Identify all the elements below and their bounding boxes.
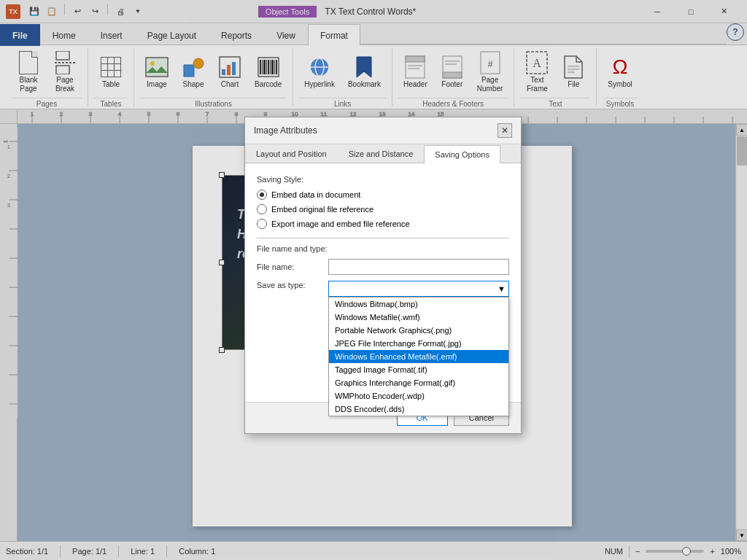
footer-button[interactable]: Footer <box>436 48 469 96</box>
save-as-type-select[interactable]: ▼ <box>328 281 509 297</box>
text-frame-button[interactable]: A TextFrame <box>520 48 554 96</box>
page-break-button[interactable]: PageBreak <box>48 48 82 96</box>
tab-size-distance[interactable]: Size and Distance <box>338 144 425 163</box>
radio-embed-data[interactable]: Embed data in document <box>257 190 509 200</box>
ribbon-group-symbols: Ω Symbol Symbols <box>597 48 643 106</box>
status-sep-3 <box>166 545 167 557</box>
option-wmf[interactable]: Windows Metafile(.wmf) <box>329 311 508 324</box>
minimize-button[interactable]: ─ <box>640 0 674 23</box>
table-button[interactable]: Table <box>94 48 128 96</box>
ribbon-group-tables: Table Tables <box>88 48 134 106</box>
zoom-plus-button[interactable]: + <box>710 547 714 556</box>
chart-button[interactable]: Chart <box>213 48 247 96</box>
radio-export-image-input[interactable] <box>257 219 267 229</box>
hyperlink-button[interactable]: Hyperlink <box>299 48 340 96</box>
file-name-input[interactable] <box>328 259 509 275</box>
maximize-button[interactable]: □ <box>674 0 708 23</box>
bookmark-button[interactable]: Bookmark <box>343 48 386 96</box>
blank-page-button[interactable]: BlankPage <box>12 48 45 96</box>
window-controls: ─ □ ✕ <box>640 0 741 23</box>
page-number-button[interactable]: # PageNumber <box>472 48 508 96</box>
ribbon-group-headers-footers: Header Footer # <box>392 48 514 106</box>
scroll-down-button[interactable]: ▼ <box>736 529 747 541</box>
image-icon <box>145 55 169 79</box>
option-emf[interactable]: Windows Enhanced Metafile(.emf) <box>329 350 508 363</box>
tab-layout-position[interactable]: Layout and Position <box>245 144 338 163</box>
svg-text:4: 4 <box>118 111 122 117</box>
svg-rect-9 <box>227 65 231 75</box>
tab-file[interactable]: File <box>0 24 40 46</box>
more-tool[interactable]: ▼ <box>130 4 146 20</box>
radio-export-image[interactable]: Export image and embed file reference <box>257 219 509 229</box>
status-right: NUM − + 100% <box>605 545 741 557</box>
tab-home[interactable]: Home <box>40 24 88 46</box>
help-button[interactable]: ? <box>727 23 744 41</box>
symbols-group-label: Symbols <box>603 98 637 109</box>
option-dds[interactable]: DDS Encoder(.dds) <box>329 402 508 416</box>
option-gif[interactable]: Graphics Interchange Format(.gif) <box>329 376 508 389</box>
handle-ml[interactable] <box>219 260 225 265</box>
scroll-up-button[interactable]: ▲ <box>736 124 747 136</box>
handle-bl[interactable] <box>219 347 225 353</box>
tab-reports[interactable]: Reports <box>209 24 264 46</box>
tab-format[interactable]: Format <box>308 24 360 46</box>
vertical-scrollbar[interactable]: ▲ ▼ <box>735 124 747 541</box>
symbol-button[interactable]: Ω Symbol <box>603 48 637 96</box>
svg-text:1: 1 <box>31 111 34 117</box>
section-divider-1 <box>257 238 509 238</box>
save-tool[interactable]: 💾 <box>26 4 42 20</box>
links-group-label: Links <box>299 98 386 109</box>
barcode-label: Barcode <box>255 80 282 89</box>
svg-rect-19 <box>274 60 275 74</box>
ribbon-group-text: A TextFrame File Text <box>514 48 597 106</box>
app-icon: TX <box>6 4 20 19</box>
scroll-thumb[interactable] <box>737 136 747 166</box>
ribbon-tabs: File Home Insert Page Layout Reports Vie… <box>0 23 747 45</box>
option-tif[interactable]: Tagged Image Format(.tif) <box>329 363 508 376</box>
dialog-close-button[interactable]: ✕ <box>498 123 512 138</box>
zoom-thumb[interactable] <box>682 547 691 556</box>
option-png[interactable]: Portable Network Graphics(.png) <box>329 324 508 337</box>
save-as-type-wrapper[interactable]: ▼ Windows Bitmap(.bmp) Windows Metafile(… <box>328 281 509 297</box>
option-bmp[interactable]: Windows Bitmap(.bmp) <box>329 298 508 311</box>
option-wdp[interactable]: WMPhoto Encoder(.wdp) <box>329 389 508 402</box>
header-label: Header <box>403 80 427 89</box>
tab-saving-options[interactable]: Saving Options <box>424 145 500 163</box>
handle-tl[interactable] <box>219 172 225 178</box>
radio-embed-data-input[interactable] <box>257 190 267 200</box>
svg-rect-17 <box>270 60 271 74</box>
radio-embed-original[interactable]: Embed original file reference <box>257 204 509 214</box>
quick-access-toolbar: 💾 📋 ↩ ↪ 🖨 ▼ <box>26 4 146 20</box>
redo-tool[interactable]: ↪ <box>87 4 103 20</box>
shape-button[interactable]: Shape <box>177 48 210 96</box>
svg-text:3: 3 <box>89 111 93 117</box>
tab-insert[interactable]: Insert <box>88 24 135 46</box>
scroll-track[interactable] <box>736 136 747 529</box>
status-sep-2 <box>118 545 119 557</box>
copy-tool[interactable]: 📋 <box>44 4 60 20</box>
header-button[interactable]: Header <box>398 48 433 96</box>
image-button[interactable]: Image <box>140 48 174 96</box>
svg-rect-0 <box>56 51 69 60</box>
tab-view[interactable]: View <box>264 24 308 46</box>
close-button[interactable]: ✕ <box>708 0 741 23</box>
zoom-minus-button[interactable]: − <box>635 547 640 556</box>
file-type-dropdown[interactable]: Windows Bitmap(.bmp) Windows Metafile(.w… <box>328 297 509 416</box>
svg-point-4 <box>150 61 155 66</box>
tab-page-layout[interactable]: Page Layout <box>135 24 209 46</box>
zoom-slider[interactable] <box>646 550 704 553</box>
print-tool[interactable]: 🖨 <box>112 4 128 20</box>
svg-rect-16 <box>268 60 269 74</box>
radio-embed-original-input[interactable] <box>257 204 267 214</box>
hyperlink-label: Hyperlink <box>304 80 335 89</box>
blank-page-icon <box>17 51 40 74</box>
undo-tool[interactable]: ↩ <box>69 4 85 20</box>
barcode-button[interactable]: Barcode <box>249 48 287 96</box>
shape-icon <box>182 55 205 79</box>
file-button[interactable]: File <box>557 48 590 96</box>
tab-spacer <box>360 23 727 44</box>
option-jpg[interactable]: JPEG File Interchange Format(.jpg) <box>329 337 508 350</box>
svg-text:1: 1 <box>7 144 10 149</box>
tables-group-items: Table <box>94 48 128 96</box>
image-attributes-dialog[interactable]: Image Attributes ✕ Layout and Position S… <box>244 117 522 434</box>
